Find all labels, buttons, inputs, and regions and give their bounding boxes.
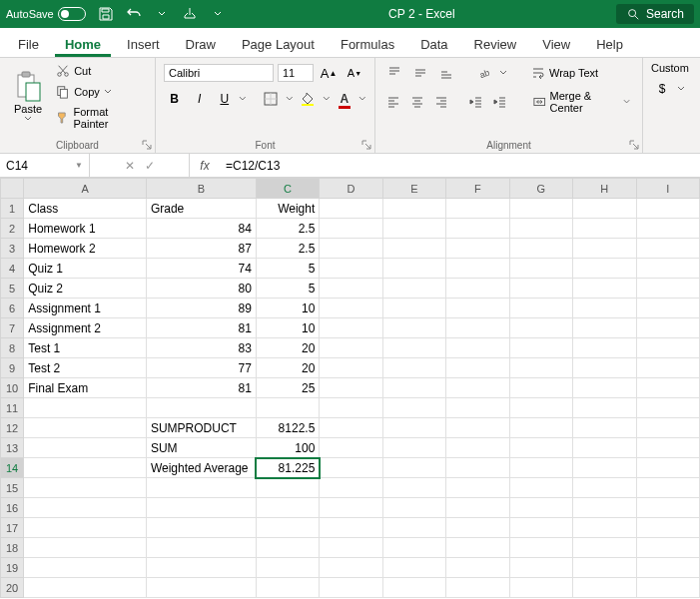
- increase-font-icon[interactable]: A▲: [318, 62, 340, 84]
- cell[interactable]: [320, 239, 382, 259]
- cut-button[interactable]: Cut: [52, 62, 147, 80]
- cell[interactable]: 5: [256, 259, 319, 279]
- cell[interactable]: [382, 498, 445, 518]
- align-left-icon[interactable]: [383, 91, 403, 113]
- cell[interactable]: [446, 558, 509, 578]
- cell[interactable]: [509, 558, 572, 578]
- cell[interactable]: [146, 578, 256, 598]
- cell[interactable]: [573, 239, 636, 259]
- cell[interactable]: [509, 398, 572, 418]
- cell[interactable]: [320, 538, 382, 558]
- cell[interactable]: [446, 498, 509, 518]
- cell[interactable]: [636, 458, 700, 478]
- cell[interactable]: [146, 398, 256, 418]
- touch-mode-icon[interactable]: [180, 4, 200, 24]
- number-format-select[interactable]: Custom: [651, 62, 689, 74]
- cell[interactable]: [320, 378, 382, 398]
- menu-view[interactable]: View: [532, 31, 580, 57]
- cell[interactable]: [320, 219, 382, 239]
- cell[interactable]: [320, 558, 382, 578]
- row-header[interactable]: 18: [1, 538, 24, 558]
- autosave-toggle[interactable]: AutoSave: [6, 7, 86, 21]
- cell[interactable]: [382, 378, 445, 398]
- cell[interactable]: [573, 279, 636, 299]
- menu-help[interactable]: Help: [586, 31, 633, 57]
- qat-dropdown-icon[interactable]: [152, 4, 172, 24]
- cell[interactable]: [636, 518, 700, 538]
- cell[interactable]: [382, 558, 445, 578]
- format-painter-button[interactable]: Format Painter: [52, 104, 147, 132]
- cell[interactable]: [320, 578, 382, 598]
- align-center-icon[interactable]: [407, 91, 427, 113]
- cell[interactable]: [636, 299, 700, 318]
- col-header-d[interactable]: D: [320, 179, 382, 199]
- col-header-h[interactable]: H: [573, 179, 636, 199]
- cell[interactable]: Quiz 2: [24, 279, 147, 299]
- cell[interactable]: [573, 498, 636, 518]
- row-header[interactable]: 5: [1, 279, 24, 299]
- cell[interactable]: [636, 418, 700, 438]
- cell[interactable]: [320, 318, 382, 338]
- cell[interactable]: 8122.5: [256, 418, 319, 438]
- row-header[interactable]: 2: [1, 219, 24, 239]
- qat-customize-icon[interactable]: [208, 4, 228, 24]
- cell[interactable]: [509, 418, 572, 438]
- cell[interactable]: Grade: [146, 199, 256, 219]
- col-header-a[interactable]: A: [24, 179, 147, 199]
- cell[interactable]: Quiz 1: [24, 259, 147, 279]
- cell[interactable]: [636, 318, 700, 338]
- cell[interactable]: [382, 518, 445, 538]
- align-middle-icon[interactable]: [409, 62, 431, 84]
- cell[interactable]: SUMPRODUCT: [146, 418, 256, 438]
- row-header[interactable]: 4: [1, 259, 24, 279]
- toggle-off-icon[interactable]: [58, 7, 86, 21]
- cell[interactable]: [446, 259, 509, 279]
- orientation-icon[interactable]: ab: [473, 62, 495, 84]
- formula-input[interactable]: =C12/C13: [220, 154, 700, 177]
- col-header-b[interactable]: B: [146, 179, 256, 199]
- cell[interactable]: [446, 478, 509, 498]
- currency-button[interactable]: $: [651, 78, 673, 100]
- cell[interactable]: [636, 578, 700, 598]
- align-top-icon[interactable]: [383, 62, 405, 84]
- cell[interactable]: [509, 498, 572, 518]
- cell[interactable]: [509, 219, 572, 239]
- cell[interactable]: [636, 498, 700, 518]
- cell[interactable]: SUM: [146, 438, 256, 458]
- cell[interactable]: [382, 418, 445, 438]
- row-header[interactable]: 6: [1, 299, 24, 318]
- cell[interactable]: [573, 259, 636, 279]
- spreadsheet-grid[interactable]: A B C D E F G H I 1ClassGradeWeight 2Hom…: [0, 178, 700, 598]
- paste-button[interactable]: Paste: [8, 67, 48, 127]
- cell[interactable]: [446, 438, 509, 458]
- cell[interactable]: [573, 438, 636, 458]
- cell[interactable]: [256, 558, 319, 578]
- cell[interactable]: [320, 259, 382, 279]
- name-box[interactable]: C14▼: [0, 154, 90, 177]
- cell[interactable]: 83: [146, 338, 256, 358]
- cell[interactable]: [382, 458, 445, 478]
- decrease-font-icon[interactable]: A▼: [344, 62, 365, 84]
- cell[interactable]: [509, 358, 572, 378]
- cell[interactable]: [146, 498, 256, 518]
- cell[interactable]: [446, 418, 509, 438]
- cell[interactable]: [573, 538, 636, 558]
- cell[interactable]: 89: [146, 299, 256, 318]
- increase-indent-icon[interactable]: [490, 91, 510, 113]
- cell[interactable]: [509, 518, 572, 538]
- cell[interactable]: Final Exam: [24, 378, 147, 398]
- cell[interactable]: [24, 478, 147, 498]
- cell[interactable]: [382, 318, 445, 338]
- cell[interactable]: [320, 299, 382, 318]
- copy-button[interactable]: Copy: [52, 83, 147, 101]
- row-header[interactable]: 7: [1, 318, 24, 338]
- cell[interactable]: [573, 578, 636, 598]
- cell[interactable]: Assignment 1: [24, 299, 147, 318]
- cell[interactable]: [446, 199, 509, 219]
- cell[interactable]: [382, 199, 445, 219]
- row-header[interactable]: 8: [1, 338, 24, 358]
- cell[interactable]: [320, 498, 382, 518]
- cell[interactable]: [509, 239, 572, 259]
- row-header[interactable]: 12: [1, 418, 24, 438]
- cell[interactable]: 10: [256, 299, 319, 318]
